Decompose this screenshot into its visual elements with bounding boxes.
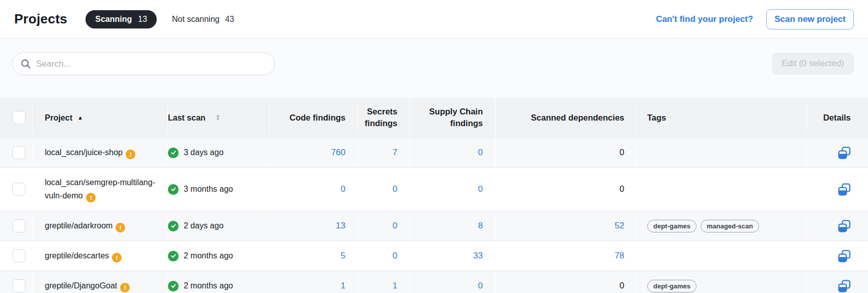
table-row: local_scan/juice-shop 3 days ago 760 7 0…	[0, 138, 868, 168]
tag-pill: dept-games	[647, 280, 697, 292]
project-name[interactable]: greptile/DjangoGoat	[45, 281, 117, 290]
tags-cell: dept-games	[637, 271, 807, 293]
code-findings-count[interactable]: 1	[341, 279, 345, 292]
code-findings-count[interactable]: 0	[341, 183, 345, 196]
open-details-icon[interactable]	[838, 250, 851, 262]
header-select-all-cell	[0, 101, 33, 134]
secrets-findings-count[interactable]: 7	[393, 146, 397, 159]
orange-warning-icon	[126, 150, 135, 159]
tag-pill: dept-games	[647, 220, 697, 232]
tab-not-scanning[interactable]: Not scanning 43	[172, 15, 234, 24]
search-wrap	[12, 52, 275, 75]
orange-warning-icon	[120, 283, 130, 292]
project-name[interactable]: greptile/adarkroom	[45, 221, 112, 230]
edit-selected-button[interactable]: Edit (0 selected)	[772, 52, 854, 75]
code-findings-count[interactable]: 13	[336, 219, 345, 232]
table-header-row: Project ▲ Last scan ▲▼ Code findings Sec…	[0, 98, 868, 138]
row-checkbox[interactable]	[12, 279, 25, 292]
last-scan-time: 3 months ago	[184, 183, 233, 196]
last-scan-time: 3 days ago	[184, 146, 223, 159]
open-details-icon[interactable]	[838, 220, 851, 232]
projects-table: Project ▲ Last scan ▲▼ Code findings Sec…	[0, 98, 868, 293]
header-code-findings: Code findings	[270, 101, 358, 134]
row-checkbox[interactable]	[12, 249, 25, 262]
search-icon	[20, 58, 31, 69]
scan-new-project-button[interactable]: Scan new project	[766, 9, 854, 30]
code-findings-count[interactable]: 760	[331, 146, 345, 159]
table-row: greptile/descartes 2 months ago 5 0 33 7…	[0, 241, 868, 271]
row-checkbox[interactable]	[12, 219, 25, 232]
header-supply-chain-findings: Supply Chain findings	[410, 98, 496, 137]
last-scan-cell: 3 months ago	[168, 174, 270, 204]
last-scan-cell: 3 days ago	[168, 138, 270, 167]
scanned-dependencies-count[interactable]: 52	[615, 219, 624, 232]
tab-scanning-count: 13	[138, 15, 147, 24]
header-secrets-findings: Secrets findings	[358, 98, 410, 137]
project-name[interactable]: local_scan/semgrep-multilang-vuln-demo	[45, 178, 155, 200]
header-project[interactable]: Project ▲	[33, 101, 168, 134]
header-details: Details	[807, 101, 868, 134]
orange-warning-icon	[86, 193, 96, 202]
last-scan-time: 2 days ago	[184, 219, 223, 232]
table-body: local_scan/juice-shop 3 days ago 760 7 0…	[0, 138, 868, 293]
scanned-dependencies-count: 0	[620, 146, 624, 159]
secrets-findings-count[interactable]: 0	[393, 249, 397, 262]
green-check-circle-icon	[168, 251, 179, 261]
green-check-circle-icon	[168, 221, 179, 231]
tags-cell	[637, 138, 807, 167]
cant-find-project-link[interactable]: Can't find your project?	[656, 14, 753, 24]
table-row: greptile/DjangoGoat 2 months ago 1 1 0 0…	[0, 271, 868, 293]
supply-chain-findings-count[interactable]: 8	[478, 219, 483, 232]
project-name[interactable]: local_scan/juice-shop	[45, 148, 123, 157]
tags-cell: dept-gamesmanaged-scan	[637, 211, 807, 241]
open-details-icon[interactable]	[838, 146, 851, 159]
last-scan-time: 2 months ago	[184, 279, 233, 292]
scanned-dependencies-count: 0	[620, 183, 624, 196]
supply-chain-findings-count[interactable]: 0	[478, 279, 483, 292]
page-title: Projects	[14, 11, 67, 27]
scanned-dependencies-count[interactable]: 78	[615, 249, 624, 262]
last-scan-time: 2 months ago	[184, 249, 233, 262]
open-details-icon[interactable]	[838, 183, 851, 196]
secrets-findings-count[interactable]: 1	[393, 279, 397, 292]
supply-chain-findings-count[interactable]: 0	[478, 146, 483, 159]
tags-cell	[637, 241, 807, 271]
secrets-findings-count[interactable]: 0	[393, 219, 397, 232]
last-scan-cell: 2 months ago	[168, 241, 270, 271]
scanned-dependencies-count: 0	[620, 279, 624, 292]
open-details-icon[interactable]	[838, 280, 851, 292]
tab-scanning-label: Scanning	[95, 15, 132, 24]
sort-both-icon: ▲▼	[216, 114, 220, 121]
header-scanned-dependencies: Scanned dependencies	[496, 101, 637, 134]
green-check-circle-icon	[168, 281, 179, 291]
table-row: greptile/adarkroom 2 days ago 13 0 8 52 …	[0, 211, 868, 241]
header-last-scan[interactable]: Last scan ▲▼	[168, 101, 270, 134]
code-findings-count[interactable]: 5	[341, 249, 345, 262]
tab-not-scanning-count: 43	[225, 15, 234, 24]
tab-not-scanning-label: Not scanning	[172, 15, 219, 24]
tags-cell	[637, 174, 807, 204]
supply-chain-findings-count[interactable]: 0	[478, 183, 483, 196]
supply-chain-findings-count[interactable]: 33	[473, 249, 483, 262]
last-scan-cell: 2 days ago	[168, 211, 270, 241]
tab-scanning[interactable]: Scanning 13	[85, 10, 157, 28]
table-row: local_scan/semgrep-multilang-vuln-demo 3…	[0, 168, 868, 211]
last-scan-cell: 2 months ago	[168, 271, 270, 293]
top-bar: Projects Scanning 13 Not scanning 43 Can…	[0, 0, 868, 39]
select-all-checkbox[interactable]	[12, 111, 25, 124]
project-name[interactable]: greptile/descartes	[45, 251, 109, 260]
toolbar: Edit (0 selected)	[0, 39, 868, 98]
orange-warning-icon	[112, 253, 122, 262]
orange-warning-icon	[115, 223, 125, 232]
secrets-findings-count[interactable]: 0	[393, 183, 397, 196]
row-checkbox[interactable]	[12, 183, 25, 196]
row-checkbox[interactable]	[12, 146, 25, 159]
header-tags: Tags	[637, 101, 807, 134]
green-check-circle-icon	[168, 148, 179, 158]
green-check-circle-icon	[168, 184, 179, 195]
search-input[interactable]	[12, 52, 275, 75]
tag-pill: managed-scan	[701, 220, 759, 232]
sort-ascending-icon: ▲	[77, 112, 83, 124]
